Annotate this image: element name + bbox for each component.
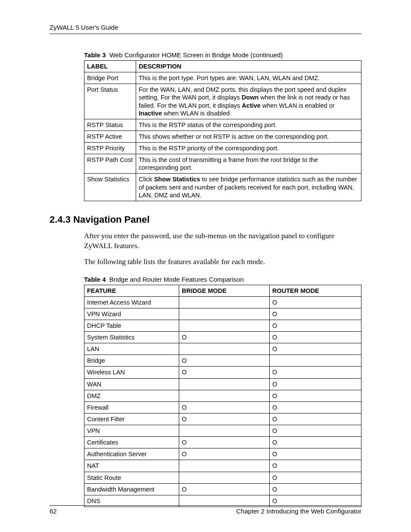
table4-cell-feature: DHCP Table xyxy=(84,320,179,331)
table4-cell-feature: Authentication Server xyxy=(84,448,179,460)
table4-cell-bridge xyxy=(179,460,270,472)
table4-cell-feature: Wireless LAN xyxy=(84,367,179,378)
table4-cell-router: O xyxy=(270,390,361,401)
table4-cell-router: O xyxy=(270,320,361,331)
table3-header-label: LABEL xyxy=(84,61,136,72)
table-row: Content FilterOO xyxy=(84,413,361,425)
table4-cell-feature: WAN xyxy=(84,378,179,390)
table3-cell-label: Port Status xyxy=(84,84,136,119)
table-row: DHCP TableO xyxy=(84,320,361,331)
table-row: LANO xyxy=(84,343,361,355)
table3-cell-label: Show Statistics xyxy=(84,174,136,201)
table3-cell-label: Bridge Port xyxy=(84,72,136,84)
table4-cell-feature: Bandwidth Management xyxy=(84,483,179,495)
table4-caption-label: Table 4 xyxy=(84,276,106,283)
table4-cell-bridge xyxy=(179,308,270,320)
table4-cell-feature: VPN Wizard xyxy=(84,308,179,320)
table4-cell-bridge xyxy=(179,378,270,390)
table4-cell-feature: System Statistics xyxy=(84,332,179,343)
table3-block: Table 3 Web Configurator HOME Screen in … xyxy=(84,51,361,201)
page-footer: 62 Chapter 2 Introducing the Web Configu… xyxy=(50,505,361,515)
table-row: RSTP Path CostThis is the cost of transm… xyxy=(84,154,361,174)
table4-cell-bridge xyxy=(179,296,270,308)
table4-cell-bridge xyxy=(179,343,270,355)
table4-header-bridge: BRIDGE MODE xyxy=(179,285,270,296)
table-header-row: LABEL DESCRIPTION xyxy=(84,61,361,72)
table-row: Wireless LANOO xyxy=(84,367,361,378)
table4-cell-feature: VPN xyxy=(84,425,179,437)
table4-cell-feature: Bridge xyxy=(84,355,179,367)
table3: LABEL DESCRIPTION Bridge PortThis is the… xyxy=(84,60,361,201)
table4-caption: Table 4 Bridge and Router Mode Features … xyxy=(84,276,361,283)
table4-cell-feature: NAT xyxy=(84,460,179,472)
table3-cell-description: This shows whether or not RSTP is active… xyxy=(136,131,361,142)
table4-cell-router: O xyxy=(270,425,361,437)
table4-cell-router: O xyxy=(270,437,361,448)
table4-block: Table 4 Bridge and Router Mode Features … xyxy=(84,276,361,507)
table-row: CertificatesOO xyxy=(84,437,361,448)
table4-cell-feature: Content Filter xyxy=(84,413,179,425)
table-header-row: FEATURE BRIDGE MODE ROUTER MODE xyxy=(84,285,361,296)
table4-cell-router: O xyxy=(270,448,361,460)
table3-cell-description: This is the RSTP status of the correspon… xyxy=(136,119,361,131)
table4-cell-router: O xyxy=(270,483,361,495)
table-row: Bandwidth ManagementOO xyxy=(84,483,361,495)
table4-cell-bridge xyxy=(179,390,270,401)
table-row: BridgeO xyxy=(84,355,361,367)
table3-cell-label: RSTP Priority xyxy=(84,143,136,154)
table4-cell-bridge: O xyxy=(179,448,270,460)
section-heading: 2.4.3 Navigation Panel xyxy=(50,214,361,225)
table4-cell-router: O xyxy=(270,296,361,308)
table-row: NATO xyxy=(84,460,361,472)
table4-caption-text: Bridge and Router Mode Features Comparis… xyxy=(109,276,244,283)
table4-cell-router: O xyxy=(270,472,361,483)
page-number: 62 xyxy=(50,507,57,515)
table4-cell-bridge xyxy=(179,320,270,331)
table4-cell-router: O xyxy=(270,460,361,472)
table4-cell-router: O xyxy=(270,367,361,378)
table-row: RSTP StatusThis is the RSTP status of th… xyxy=(84,119,361,131)
table4-cell-bridge xyxy=(179,425,270,437)
table3-caption-label: Table 3 xyxy=(84,51,106,59)
table3-cell-description: This is the cost of transmitting a frame… xyxy=(136,154,361,174)
table4-cell-bridge: O xyxy=(179,483,270,495)
table-row: VPNO xyxy=(84,425,361,437)
table4-cell-bridge: O xyxy=(179,367,270,378)
table4-cell-bridge xyxy=(179,472,270,483)
table3-cell-label: RSTP Status xyxy=(84,119,136,131)
table4-cell-bridge: O xyxy=(179,355,270,367)
table4-cell-router: O xyxy=(270,332,361,343)
table-row: RSTP ActiveThis shows whether or not RST… xyxy=(84,131,361,142)
table3-cell-description: This is the RSTP priority of the corresp… xyxy=(136,143,361,154)
table-row: Static RouteO xyxy=(84,472,361,483)
table-row: DMZO xyxy=(84,390,361,401)
table4-cell-feature: LAN xyxy=(84,343,179,355)
table4-cell-feature: Firewall xyxy=(84,401,179,413)
table3-caption-text: Web Configurator HOME Screen in Bridge M… xyxy=(109,51,283,59)
table-row: VPN WizardO xyxy=(84,308,361,320)
table4-cell-router: O xyxy=(270,401,361,413)
running-header: ZyWALL 5 User's Guide xyxy=(50,24,361,34)
body-paragraph: The following table lists the features a… xyxy=(84,257,361,267)
table3-caption: Table 3 Web Configurator HOME Screen in … xyxy=(84,51,361,59)
table3-cell-description: This is the port type. Port types are: W… xyxy=(136,72,361,84)
table4-cell-bridge: O xyxy=(179,437,270,448)
chapter-label: Chapter 2 Introducing the Web Configurat… xyxy=(236,507,361,515)
table4-cell-bridge: O xyxy=(179,332,270,343)
table4-cell-router: O xyxy=(270,378,361,390)
table-row: FirewallOO xyxy=(84,401,361,413)
table3-header-description: DESCRIPTION xyxy=(136,61,361,72)
table4-header-router: ROUTER MODE xyxy=(270,285,361,296)
table4-cell-router: O xyxy=(270,308,361,320)
table3-cell-label: RSTP Path Cost xyxy=(84,154,136,174)
table4-cell-router: O xyxy=(270,413,361,425)
table-row: Internet Access WizardO xyxy=(84,296,361,308)
table-row: Authentication ServerOO xyxy=(84,448,361,460)
table3-cell-label: RSTP Active xyxy=(84,131,136,142)
document-page: ZyWALL 5 User's Guide Table 3 Web Config… xyxy=(0,0,411,532)
table4-cell-router xyxy=(270,355,361,367)
table-row: Show StatisticsClick Show Statistics to … xyxy=(84,174,361,201)
table4-cell-feature: DMZ xyxy=(84,390,179,401)
table4-cell-feature: Certificates xyxy=(84,437,179,448)
table-row: WANO xyxy=(84,378,361,390)
